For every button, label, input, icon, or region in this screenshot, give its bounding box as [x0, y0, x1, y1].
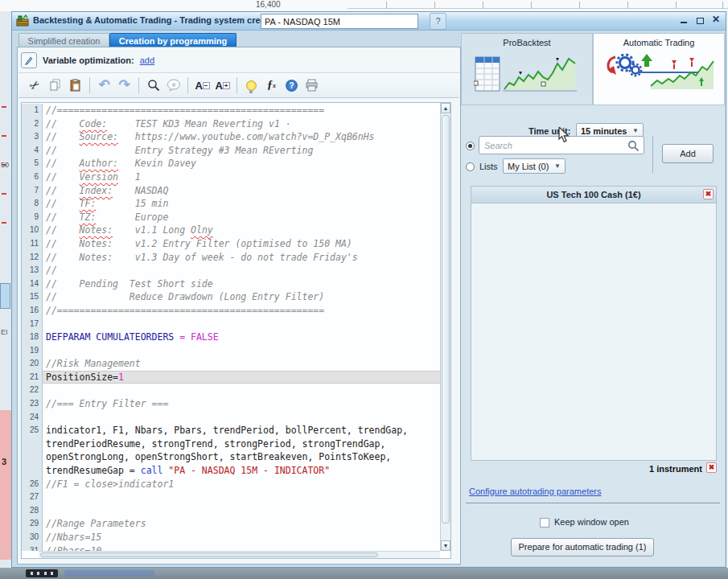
line-number: 23 [22, 397, 43, 411]
copy-icon[interactable] [45, 76, 65, 96]
scrollbar-thumb[interactable] [40, 552, 378, 557]
configure-autotrading-link[interactable]: Configure autotrading parameters [469, 487, 601, 496]
tab-probacktest[interactable]: ProBacktest [461, 33, 593, 105]
add-optimization-link[interactable]: add [140, 55, 154, 65]
axis-tick [386, 2, 387, 9]
code-line[interactable]: 21PositionSize=1 [22, 371, 440, 384]
chart-fragment [2, 106, 6, 108]
minimize-button[interactable] [679, 14, 689, 24]
tab-automatic-trading[interactable]: Automatic Trading [593, 33, 725, 105]
search-radio[interactable] [466, 142, 475, 150]
cut-icon[interactable]: ✂ [25, 76, 45, 96]
code-line[interactable]: 28 [22, 504, 440, 518]
contextual-help-icon[interactable]: ? [430, 13, 446, 30]
code-line[interactable]: 31//Pbars=10 [22, 544, 440, 551]
code-line[interactable]: 23//=== Entry Filter === [22, 397, 440, 411]
code-line[interactable]: 5// Author: Kevin Davey [22, 157, 440, 170]
code-line[interactable]: 26//F1 = close>indicator1 [22, 478, 440, 491]
code-line[interactable]: 20//Risk Management [22, 357, 440, 371]
tab-creation-by-programming[interactable]: Creation by programming [109, 33, 236, 47]
code-line[interactable]: 29//Range Parameters [22, 517, 440, 531]
axis-tick [483, 2, 483, 9]
code-line[interactable]: 13// [22, 264, 440, 277]
code-line[interactable]: 9// TZ: Europe [22, 211, 440, 224]
titlebar[interactable]: Backtesting & Automatic Trading - Tradin… [12, 12, 726, 31]
undo-icon[interactable]: ↶ [94, 76, 114, 96]
line-number: 4 [22, 144, 43, 158]
code-line[interactable]: 2// Code: TEST KD3 Mean Reverting v1 · [22, 117, 440, 131]
code-line[interactable]: 1//=====================================… [22, 104, 440, 117]
line-number: 8 [22, 197, 43, 211]
code-line[interactable]: trendResumeGap = call "PA - NASDAQ 15M -… [22, 464, 440, 478]
code-line[interactable]: openStrongLong, openStrongShort, startBr… [22, 450, 440, 464]
insert-function-icon[interactable]: ƒx [261, 76, 282, 96]
close-button[interactable]: ✕ [711, 14, 721, 24]
code-editor[interactable]: 1//=====================================… [21, 102, 451, 559]
comment-icon[interactable]: # [163, 76, 183, 96]
code-line[interactable]: 4// Entry Strategy #3 Mean REverting [22, 144, 440, 158]
window-title: Backtesting & Automatic Trading - Tradin… [33, 15, 282, 25]
code-line[interactable]: 18DEFPARAM CUMULATEORDERS = FALSE [22, 331, 440, 344]
lists-label: Lists [479, 162, 498, 171]
remove-instrument-icon[interactable]: ✖ [703, 189, 714, 199]
scroll-up-arrow[interactable]: ▲ [441, 103, 450, 113]
taskbar-item[interactable] [64, 570, 154, 577]
background-price-label: 16,400 [256, 0, 281, 9]
lists-radio[interactable] [466, 162, 475, 171]
scrollbar-thumb[interactable] [442, 115, 450, 524]
help-icon[interactable]: ? [282, 76, 302, 96]
code-line[interactable]: 25indicator1, F1, Nbars, Pbars, trendPer… [22, 424, 440, 437]
code-line[interactable]: 10// Notes: v1.1 Long Olny [22, 224, 440, 237]
line-number: 31 [22, 544, 43, 551]
add-instrument-button[interactable]: Add [662, 144, 714, 163]
code-line[interactable]: 24 [22, 411, 440, 425]
vertical-scrollbar[interactable]: ▲ ▼ [440, 103, 450, 551]
line-number: 2 [22, 117, 43, 131]
search-input[interactable] [483, 138, 623, 153]
code-line[interactable]: 8// TF: 15 min [22, 197, 440, 211]
instrument-count: 1 instrument [649, 464, 702, 474]
code-line[interactable]: 17 [22, 318, 440, 331]
line-number: 13 [22, 264, 43, 277]
code-line[interactable]: 22 [22, 384, 440, 397]
code-line[interactable]: 27 [22, 491, 440, 504]
keep-window-open-checkbox[interactable] [540, 518, 549, 528]
tab-simplified-creation[interactable]: Simplified creation [19, 33, 109, 47]
code-line[interactable]: trendPeriodResume, strongTrend, strongPe… [22, 437, 440, 451]
code-line[interactable]: 11// Notes: v1.2 Entry Filter (optimised… [22, 237, 440, 251]
instrument-name: US Tech 100 Cash (1€) [546, 190, 640, 199]
axis-tick [579, 2, 580, 9]
code-line[interactable]: 16//====================================… [22, 304, 440, 318]
redo-icon[interactable]: ↷ [114, 76, 134, 96]
decrease-font-icon[interactable]: A− [192, 76, 212, 96]
lists-dropdown[interactable]: My List (0) ▼ [503, 158, 566, 174]
scroll-down-arrow[interactable]: ▼ [441, 540, 450, 551]
code-line[interactable]: 7// Index: NASDAQ [22, 184, 440, 198]
code-line[interactable]: 19 [22, 344, 440, 358]
code-line[interactable]: 12// Notes: v1.3 Day of week - do not tr… [22, 251, 440, 265]
code-line[interactable]: 6// Version 1 [22, 170, 440, 184]
maximize-button[interactable] [695, 14, 705, 24]
increase-font-icon[interactable]: A+ [212, 76, 232, 96]
chart-fragment [2, 193, 6, 195]
code-line[interactable]: 14// Pending Test Short side [22, 277, 440, 291]
system-name-input[interactable] [261, 14, 418, 29]
paste-icon[interactable] [65, 76, 85, 96]
suggestion-icon[interactable] [241, 76, 261, 96]
code-line[interactable]: 15// Reduce Drawdown (Long Entry Filter) [22, 290, 440, 304]
chevron-down-icon: ▼ [632, 127, 639, 134]
code-line[interactable]: 30//Nbars=15 [22, 531, 440, 544]
line-number: 24 [22, 411, 43, 425]
taskbar-app-icon[interactable] [26, 569, 58, 577]
horizontal-scrollbar[interactable] [39, 551, 440, 558]
remove-all-icon[interactable]: ✖ [706, 462, 717, 473]
axis-tick [722, 2, 723, 9]
print-icon[interactable] [302, 76, 322, 96]
instrument-row[interactable]: US Tech 100 Cash (1€) ✖ [471, 187, 716, 203]
search-icon[interactable] [143, 76, 163, 96]
variable-optimization-icon[interactable] [21, 52, 37, 68]
chart-fragment [2, 135, 6, 137]
prepare-autotrading-button[interactable]: Prepare for automatic trading (1) [511, 538, 654, 556]
line-number: 27 [22, 491, 43, 504]
code-line[interactable]: 3// Source: https://www.youtube.com/watc… [22, 130, 440, 144]
